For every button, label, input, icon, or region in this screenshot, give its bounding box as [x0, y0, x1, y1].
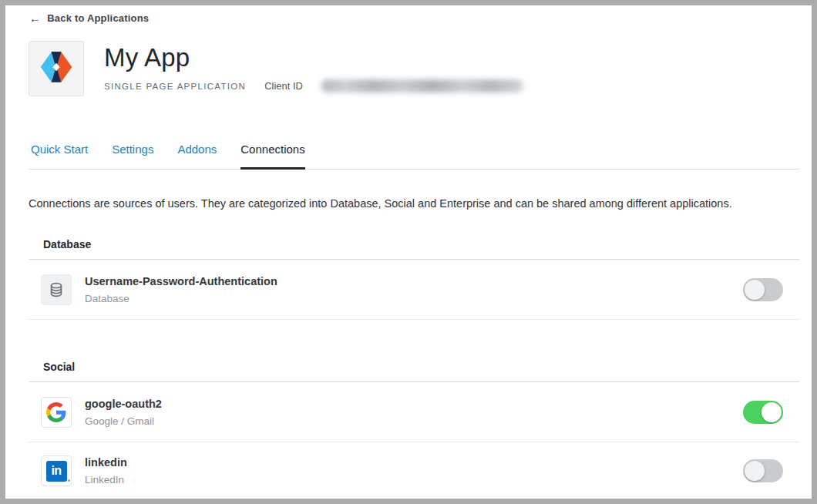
connection-name: Username-Password-Authentication: [85, 275, 277, 287]
tab-connections[interactable]: Connections: [240, 143, 304, 170]
linkedin-in-glyph: in: [46, 461, 67, 482]
application-detail-page: ← Back to Applications My App: [5, 5, 812, 499]
connection-type: Database: [85, 293, 277, 304]
connection-row-linkedin: in linkedin LinkedIn: [29, 442, 799, 499]
app-header-text: My App SINGLE PAGE APPLICATION Client ID: [104, 41, 523, 96]
connection-row-username-password: Username-Password-Authentication Databas…: [29, 260, 799, 320]
connection-row-google-oauth2: google-oauth2 Google / Gmail: [29, 382, 799, 442]
app-type-label: SINGLE PAGE APPLICATION: [104, 82, 246, 91]
google-icon: [41, 397, 72, 428]
tab-settings[interactable]: Settings: [112, 143, 153, 170]
tab-quick-start[interactable]: Quick Start: [31, 143, 88, 170]
tab-bar: Quick Start Settings Addons Connections: [29, 143, 799, 170]
connection-text: Username-Password-Authentication Databas…: [85, 275, 277, 304]
connections-description: Connections are sources of users. They a…: [29, 197, 799, 210]
connection-text: google-oauth2 Google / Gmail: [85, 398, 162, 427]
database-icon: [41, 274, 72, 305]
app-meta-row: SINGLE PAGE APPLICATION Client ID: [104, 79, 523, 92]
connection-name: google-oauth2: [85, 398, 162, 410]
toggle-knob: [762, 402, 782, 422]
app-header: My App SINGLE PAGE APPLICATION Client ID: [29, 41, 799, 96]
back-link-label: Back to Applications: [47, 12, 149, 24]
client-id-value-redacted: [321, 79, 523, 92]
toggle-knob: [745, 280, 765, 300]
connection-text: linkedin LinkedIn: [85, 456, 127, 486]
connection-toggle-linkedin[interactable]: [743, 459, 783, 482]
section-header-database: Database: [29, 238, 799, 260]
connection-toggle-username-password[interactable]: [743, 278, 783, 301]
section-header-social: Social: [29, 361, 799, 382]
connection-type: Google / Gmail: [85, 415, 162, 427]
toggle-knob: [745, 461, 765, 481]
app-title: My App: [104, 43, 523, 72]
client-id-label: Client ID: [264, 80, 303, 92]
back-to-applications-link[interactable]: ← Back to Applications: [29, 12, 149, 24]
arrow-left-icon: ←: [29, 13, 41, 23]
screenshot-frame: ← Back to Applications My App: [0, 0, 817, 504]
connection-name: linkedin: [85, 456, 127, 469]
app-logo: [29, 41, 84, 96]
connection-type: LinkedIn: [85, 474, 127, 486]
connection-toggle-google-oauth2[interactable]: [743, 401, 783, 424]
tab-addons[interactable]: Addons: [177, 143, 217, 170]
linkedin-icon: in: [41, 455, 72, 486]
auth0-default-app-logo-icon: [36, 47, 76, 90]
